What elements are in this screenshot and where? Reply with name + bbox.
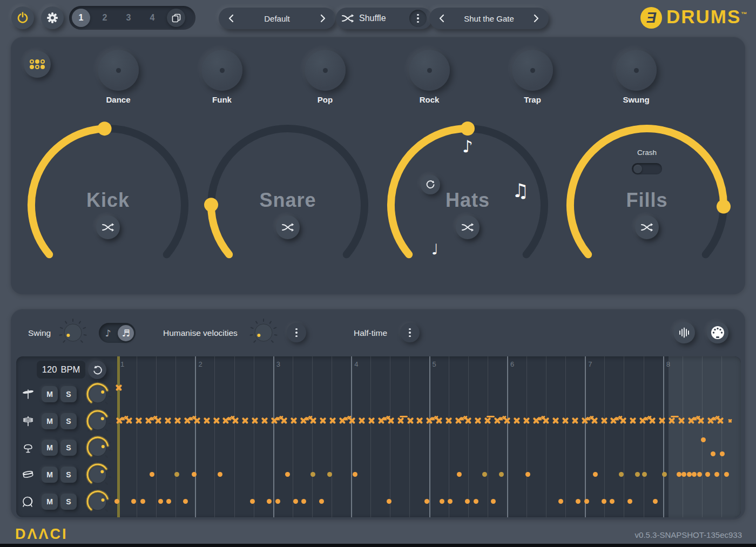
mute-button-track-5[interactable]: M xyxy=(42,494,58,510)
note-dot[interactable] xyxy=(448,499,453,504)
note-dot[interactable] xyxy=(319,499,324,504)
playhead[interactable] xyxy=(117,356,120,517)
note-x[interactable] xyxy=(619,417,627,424)
bpm-display[interactable]: 120 BPM xyxy=(37,361,85,379)
solo-button-track-1[interactable]: S xyxy=(60,386,77,402)
fills-shuffle-button[interactable] xyxy=(635,215,659,239)
kick-knob[interactable]: Kick xyxy=(22,119,194,292)
note-x[interactable] xyxy=(290,417,298,424)
halftime-menu-button[interactable] xyxy=(400,323,420,342)
note-dot[interactable] xyxy=(697,472,702,477)
style-knob-dance[interactable] xyxy=(98,50,139,91)
note-x[interactable] xyxy=(697,417,705,424)
note-x[interactable] xyxy=(241,417,249,424)
note-x[interactable] xyxy=(135,417,143,424)
swing-note-toggle[interactable]: ♪ ♬ xyxy=(99,323,136,343)
note-dot[interactable] xyxy=(602,499,606,504)
snare-shuffle-button[interactable] xyxy=(276,215,300,239)
style-knob-pop[interactable] xyxy=(305,50,346,91)
note-dot[interactable] xyxy=(166,499,171,504)
level-knob-track-1[interactable] xyxy=(83,379,113,409)
mute-button-track-4[interactable]: M xyxy=(42,467,58,483)
note-dot[interactable] xyxy=(457,472,462,477)
sixteenth-note-option[interactable]: ♬ xyxy=(118,325,134,341)
note-dot[interactable] xyxy=(619,472,624,477)
note-dot[interactable] xyxy=(275,499,280,504)
note-dot[interactable] xyxy=(491,499,496,504)
settings-button[interactable] xyxy=(41,6,64,29)
humanise-knob[interactable] xyxy=(248,318,279,348)
style-knob-funk[interactable] xyxy=(201,50,242,91)
note-dot[interactable] xyxy=(681,472,686,477)
note-x[interactable] xyxy=(649,417,656,424)
gate-value[interactable]: Shut the Gate xyxy=(464,14,514,23)
note-dot[interactable] xyxy=(424,499,429,504)
note-x[interactable] xyxy=(261,417,268,424)
note-x[interactable] xyxy=(193,417,201,424)
note-dot[interactable] xyxy=(558,499,563,504)
note-x[interactable] xyxy=(484,417,491,424)
note-dot[interactable] xyxy=(293,499,298,504)
note-x[interactable] xyxy=(668,417,676,424)
note-dot[interactable] xyxy=(593,472,598,477)
style-knob-rock[interactable] xyxy=(409,50,450,91)
note-x[interactable] xyxy=(387,417,395,424)
preset-value[interactable]: Default xyxy=(264,14,290,23)
level-knob-track-2[interactable] xyxy=(83,406,113,436)
note-x[interactable] xyxy=(309,417,317,424)
note-dot[interactable] xyxy=(140,499,145,504)
note-dot[interactable] xyxy=(662,472,667,477)
note-dot[interactable] xyxy=(440,499,444,504)
note-dot[interactable] xyxy=(576,499,580,504)
pattern-tab-4[interactable]: 4 xyxy=(143,9,161,27)
note-x[interactable] xyxy=(203,417,211,424)
note-x[interactable] xyxy=(397,417,404,424)
level-knob-track-3[interactable] xyxy=(83,433,113,463)
mute-button-track-3[interactable]: M xyxy=(42,440,58,456)
note-x[interactable] xyxy=(232,417,239,424)
note-x[interactable] xyxy=(319,417,327,424)
fills-knob[interactable]: Fills Crash xyxy=(561,119,733,292)
note-x[interactable] xyxy=(464,417,472,424)
note-x[interactable] xyxy=(154,417,162,424)
note-dot[interactable] xyxy=(692,472,697,477)
note-x[interactable] xyxy=(717,417,724,424)
note-x[interactable] xyxy=(213,417,220,424)
note-dot[interactable] xyxy=(353,472,357,477)
style-grid-button[interactable] xyxy=(24,51,51,78)
note-x[interactable] xyxy=(629,417,637,424)
note-dot[interactable] xyxy=(711,451,716,456)
note-dot[interactable] xyxy=(285,472,290,477)
note-dot[interactable] xyxy=(114,499,119,504)
note-dot[interactable] xyxy=(627,499,632,504)
note-dot[interactable] xyxy=(482,472,487,477)
note-dot[interactable] xyxy=(218,472,222,477)
note-x[interactable] xyxy=(542,417,550,424)
note-x[interactable] xyxy=(251,417,259,424)
note-dot[interactable] xyxy=(701,437,706,442)
note-dot[interactable] xyxy=(474,499,478,504)
note-dot[interactable] xyxy=(158,499,163,504)
solo-button-track-5[interactable]: S xyxy=(60,494,77,510)
note-x[interactable] xyxy=(164,417,172,424)
power-button[interactable] xyxy=(11,6,34,29)
note-x[interactable] xyxy=(358,417,366,424)
gate-prev-button[interactable] xyxy=(434,10,450,26)
pattern-grid[interactable]: 120 BPM 12345678 MS MS MS MS MS xyxy=(16,356,741,517)
solo-button-track-2[interactable]: S xyxy=(60,413,77,429)
note-x[interactable] xyxy=(329,417,336,424)
hats-knob[interactable]: Hats ♪ ♫ ♩ xyxy=(381,119,554,292)
pattern-tab-3[interactable]: 3 xyxy=(119,9,138,27)
note-dot[interactable] xyxy=(635,472,640,477)
note-dot[interactable] xyxy=(327,472,332,477)
note-x[interactable] xyxy=(115,384,123,391)
reset-bpm-button[interactable] xyxy=(88,361,106,379)
note-x[interactable] xyxy=(658,417,666,424)
note-x[interactable] xyxy=(416,417,423,424)
snare-knob[interactable]: Snare xyxy=(201,119,374,292)
note-x[interactable] xyxy=(562,417,569,424)
note-x[interactable] xyxy=(348,417,356,424)
humanise-menu-button[interactable] xyxy=(287,323,306,342)
crash-toggle[interactable] xyxy=(632,163,662,174)
note-dot[interactable] xyxy=(584,499,589,504)
